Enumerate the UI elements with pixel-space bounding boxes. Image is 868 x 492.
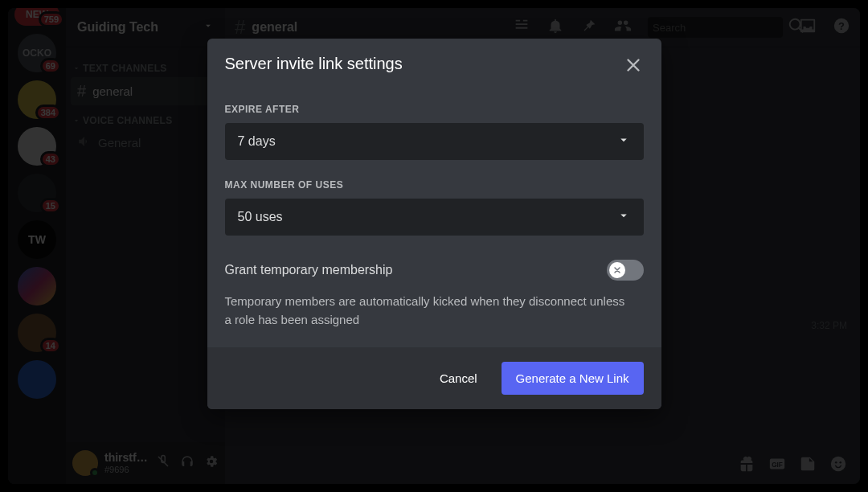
generate-link-button[interactable]: Generate a New Link xyxy=(502,362,644,395)
modal-title: Server invite link settings xyxy=(225,55,403,73)
invite-settings-modal: Server invite link settings EXPIRE AFTER… xyxy=(207,39,661,409)
chevron-down-icon xyxy=(616,133,631,150)
expire-select[interactable]: 7 days xyxy=(225,123,644,160)
uses-select[interactable]: 50 uses xyxy=(225,199,644,236)
chevron-down-icon xyxy=(616,208,631,226)
close-button[interactable] xyxy=(623,55,644,76)
uses-label: MAX NUMBER OF USES xyxy=(225,179,644,191)
temp-membership-toggle[interactable] xyxy=(607,260,644,281)
cancel-button[interactable]: Cancel xyxy=(428,363,489,393)
expire-value: 7 days xyxy=(238,134,276,149)
uses-value: 50 uses xyxy=(238,210,283,224)
temp-membership-label: Grant temporary membership xyxy=(225,263,393,277)
temp-membership-help: Temporary members are automatically kick… xyxy=(225,292,627,330)
expire-label: EXPIRE AFTER xyxy=(225,104,644,115)
modal-overlay: Server invite link settings EXPIRE AFTER… xyxy=(0,0,868,492)
toggle-knob-icon xyxy=(609,262,625,278)
